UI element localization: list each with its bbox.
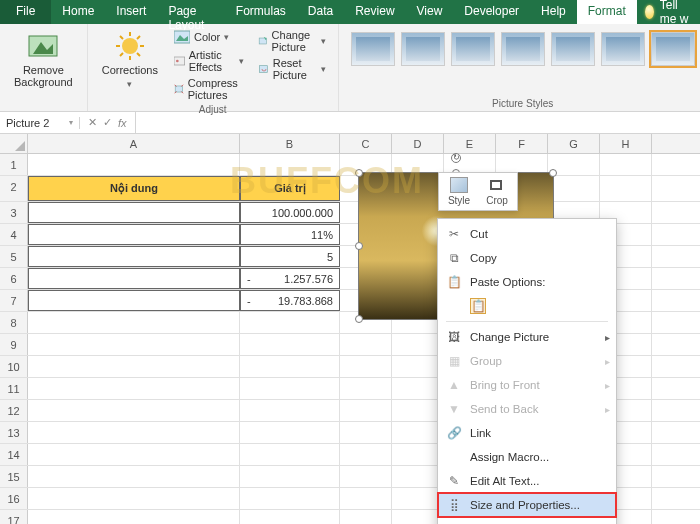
cell-a5[interactable] (28, 246, 240, 267)
resize-handle-nw[interactable] (355, 169, 363, 177)
tab-file[interactable]: File (0, 0, 51, 24)
row-header-11[interactable]: 11 (0, 378, 28, 399)
col-header-c[interactable]: C (340, 134, 392, 153)
col-header-b[interactable]: B (240, 134, 340, 153)
col-header-g[interactable]: G (548, 134, 600, 153)
menu-size-and-properties[interactable]: ⣿Size and Properties... (438, 493, 616, 517)
remove-background-button[interactable]: Remove Background (8, 28, 79, 90)
clipboard-icon: 📋 (446, 274, 462, 290)
row-header-1[interactable]: 1 (0, 154, 28, 175)
row-header-9[interactable]: 9 (0, 334, 28, 355)
picture-style-4[interactable] (501, 32, 545, 66)
row-header-16[interactable]: 16 (0, 488, 28, 509)
row-header-10[interactable]: 10 (0, 356, 28, 377)
mini-crop-button[interactable]: Crop (481, 177, 513, 206)
tab-help[interactable]: Help (530, 0, 577, 24)
tell-me-search[interactable]: Tell me w (637, 0, 700, 24)
row-header-6[interactable]: 6 (0, 268, 28, 289)
select-all-corner[interactable] (0, 134, 28, 153)
cell-b7[interactable]: -19.783.868 (240, 290, 340, 311)
tab-format[interactable]: Format (577, 0, 637, 24)
row-header-4[interactable]: 4 (0, 224, 28, 245)
cell-a2[interactable]: Nội dung (28, 176, 240, 201)
tab-view[interactable]: View (406, 0, 454, 24)
menu-assign-macro[interactable]: Assign Macro... (438, 445, 616, 469)
tab-data[interactable]: Data (297, 0, 344, 24)
name-box[interactable]: Picture 2 (0, 117, 80, 129)
row-header-3[interactable]: 3 (0, 202, 28, 223)
row-header-5[interactable]: 5 (0, 246, 28, 267)
cell-a7[interactable] (28, 290, 240, 311)
tab-insert[interactable]: Insert (105, 0, 157, 24)
cell-a4[interactable] (28, 224, 240, 245)
resize-handle-ne[interactable] (549, 169, 557, 177)
ribbon-group-picture-styles: Picture Styles (339, 24, 700, 111)
menu-paste-option[interactable]: 📋 (438, 294, 616, 318)
picture-styles-gallery[interactable] (347, 28, 699, 70)
row-header-13[interactable]: 13 (0, 422, 28, 443)
compress-pictures-icon (174, 81, 184, 97)
artistic-effects-icon (174, 53, 185, 69)
menu-cut[interactable]: ✂Cut (438, 222, 616, 246)
copy-icon: ⧉ (446, 250, 462, 266)
menu-format-picture[interactable]: 🖌Format Picture... (438, 517, 616, 524)
reset-picture-button[interactable]: Reset Picture (254, 56, 330, 82)
artistic-effects-button[interactable]: Artistic Effects (170, 48, 248, 74)
picture-styles-group-label: Picture Styles (347, 98, 699, 109)
row-header-7[interactable]: 7 (0, 290, 28, 311)
menu-link[interactable]: 🔗Link (438, 421, 616, 445)
fx-icon[interactable]: fx (118, 117, 127, 129)
picture-style-6[interactable] (601, 32, 645, 66)
cell-b6[interactable]: -1.257.576 (240, 268, 340, 289)
row-header-15[interactable]: 15 (0, 466, 28, 487)
cell-b5[interactable]: 5 (240, 246, 340, 267)
tell-me-label: Tell me w (660, 0, 692, 26)
col-header-h[interactable]: H (600, 134, 652, 153)
lightbulb-icon (645, 5, 654, 19)
row-header-14[interactable]: 14 (0, 444, 28, 465)
resize-handle-w[interactable] (355, 242, 363, 250)
menu-separator (446, 321, 608, 322)
cell-a6[interactable] (28, 268, 240, 289)
cell-b3[interactable]: 100.000.000 (240, 202, 340, 223)
col-header-a[interactable]: A (28, 134, 240, 153)
color-button[interactable]: Color (170, 28, 248, 46)
picture-style-5[interactable] (551, 32, 595, 66)
formula-confirm-icon[interactable]: ✓ (103, 116, 112, 129)
tab-developer[interactable]: Developer (453, 0, 530, 24)
picture-style-3[interactable] (451, 32, 495, 66)
picture-style-7[interactable] (651, 32, 695, 66)
tab-review[interactable]: Review (344, 0, 405, 24)
row-header-8[interactable]: 8 (0, 312, 28, 333)
menu-edit-alt-text[interactable]: ✎Edit Alt Text... (438, 469, 616, 493)
row-header-2[interactable]: 2 (0, 176, 28, 201)
svg-line-10 (137, 36, 140, 39)
tab-formulas[interactable]: Formulas (225, 0, 297, 24)
menu-copy[interactable]: ⧉Copy (438, 246, 616, 270)
row-header-12[interactable]: 12 (0, 400, 28, 421)
corrections-button[interactable]: Corrections (96, 28, 164, 102)
picture-style-2[interactable] (401, 32, 445, 66)
col-header-f[interactable]: F (496, 134, 548, 153)
mini-style-button[interactable]: Style (443, 177, 475, 206)
ribbon-group-adjust: Corrections Color Artistic Effects Compr… (88, 24, 339, 111)
row-header-17[interactable]: 17 (0, 510, 28, 524)
formula-cancel-icon[interactable]: ✕ (88, 116, 97, 129)
rotation-handle[interactable] (451, 153, 461, 163)
change-picture-button[interactable]: Change Picture (254, 28, 330, 54)
link-icon: 🔗 (446, 425, 462, 441)
svg-point-2 (122, 38, 138, 54)
col-header-d[interactable]: D (392, 134, 444, 153)
picture-style-1[interactable] (351, 32, 395, 66)
cell-b4[interactable]: 11% (240, 224, 340, 245)
cell-a3[interactable] (28, 202, 240, 223)
tab-home[interactable]: Home (51, 0, 105, 24)
tab-page-layout[interactable]: Page Layout (157, 0, 224, 24)
alt-text-icon: ✎ (446, 473, 462, 489)
menu-change-picture[interactable]: 🖼Change Picture (438, 325, 616, 349)
formula-input[interactable] (135, 112, 700, 133)
compress-pictures-button[interactable]: Compress Pictures (170, 76, 248, 102)
resize-handle-sw[interactable] (355, 315, 363, 323)
col-header-e[interactable]: E (444, 134, 496, 153)
cell-b2[interactable]: Giá trị (240, 176, 340, 201)
